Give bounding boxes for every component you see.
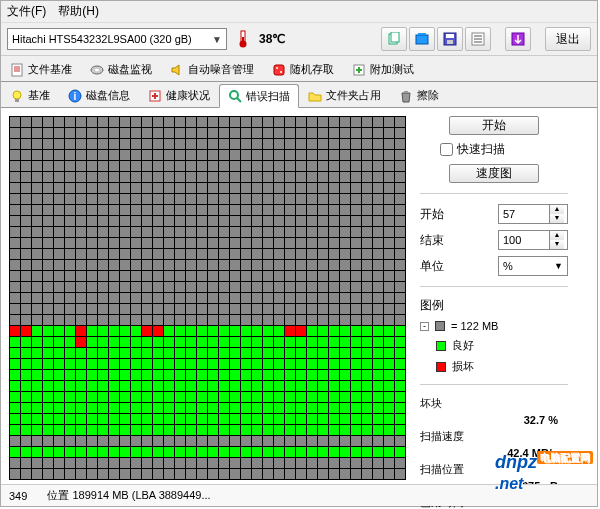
grid-cell (153, 348, 163, 358)
tool-save-button[interactable] (437, 27, 463, 51)
grid-cell (120, 161, 130, 171)
grid-cell (32, 150, 42, 160)
grid-cell (263, 227, 273, 237)
menu-file[interactable]: 文件(F) (7, 3, 46, 20)
grid-cell (373, 128, 383, 138)
grid-cell (197, 458, 207, 468)
grid-cell (197, 337, 207, 347)
grid-cell (329, 392, 339, 402)
start-input[interactable] (499, 208, 549, 220)
tool-settings-button[interactable] (465, 27, 491, 51)
grid-cell (142, 150, 152, 160)
info-icon: i (68, 89, 82, 103)
grid-cell (296, 194, 306, 204)
grid-cell (340, 381, 350, 391)
spin-down-icon[interactable]: ▼ (550, 240, 564, 249)
grid-cell (131, 337, 141, 347)
grid-cell (186, 216, 196, 226)
start-spinner[interactable]: ▲▼ (498, 204, 568, 224)
tab-health[interactable]: 健康状况 (139, 84, 219, 107)
tab-random-access[interactable]: 随机存取 (263, 58, 343, 81)
grid-cell (54, 403, 64, 413)
grid-cell (153, 183, 163, 193)
grid-cell (230, 381, 240, 391)
quick-scan-checkbox[interactable]: 快速扫描 (440, 141, 568, 158)
grid-cell (120, 293, 130, 303)
grid-cell (252, 150, 262, 160)
end-spinner[interactable]: ▲▼ (498, 230, 568, 250)
grid-cell (120, 337, 130, 347)
tab-folder-usage[interactable]: 文件夹占用 (299, 84, 390, 107)
grid-cell (384, 436, 394, 446)
tab-aam[interactable]: 自动噪音管理 (161, 58, 263, 81)
grid-cell (109, 469, 119, 479)
grid-cell (307, 469, 317, 479)
tab-extra-tests[interactable]: 附加测试 (343, 58, 423, 81)
tab-error-scan[interactable]: 错误扫描 (219, 84, 299, 108)
menu-help[interactable]: 帮助(H) (58, 3, 99, 20)
grid-cell (164, 326, 174, 336)
start-button[interactable]: 开始 (449, 116, 539, 135)
drive-selector[interactable]: Hitachi HTS543232L9SA00 (320 gB) ▼ (7, 28, 227, 50)
unit-value: % (503, 260, 513, 272)
grid-cell (175, 315, 185, 325)
grid-cell (395, 227, 405, 237)
spin-up-icon[interactable]: ▲ (550, 231, 564, 240)
tab-info[interactable]: i磁盘信息 (59, 84, 139, 107)
grid-cell (175, 194, 185, 204)
tool-copy-button[interactable] (381, 27, 407, 51)
grid-cell (43, 183, 53, 193)
tree-expand-icon[interactable]: - (420, 322, 429, 331)
grid-cell (230, 128, 240, 138)
grid-cell (197, 370, 207, 380)
exit-button[interactable]: 退出 (545, 27, 591, 51)
grid-cell (98, 425, 108, 435)
grid-cell (153, 337, 163, 347)
grid-cell (208, 139, 218, 149)
grid-cell (296, 458, 306, 468)
grid-cell (351, 447, 361, 457)
grid-cell (65, 326, 75, 336)
grid-cell (142, 436, 152, 446)
speedmap-button[interactable]: 速度图 (449, 164, 539, 183)
grid-cell (340, 271, 350, 281)
grid-cell (32, 183, 42, 193)
grid-cell (131, 348, 141, 358)
grid-cell (142, 139, 152, 149)
grid-cell (373, 271, 383, 281)
tab-benchmark[interactable]: 基准 (1, 84, 59, 107)
tool-screenshot-button[interactable] (409, 27, 435, 51)
grid-cell (65, 172, 75, 182)
grid-cell (32, 458, 42, 468)
spin-up-icon[interactable]: ▲ (550, 205, 564, 214)
grid-cell (362, 403, 372, 413)
grid-cell (131, 293, 141, 303)
grid-cell (351, 128, 361, 138)
grid-cell (10, 370, 20, 380)
grid-cell (241, 304, 251, 314)
tab-erase[interactable]: 擦除 (390, 84, 448, 107)
grid-cell (285, 227, 295, 237)
grid-cell (395, 304, 405, 314)
grid-cell (219, 458, 229, 468)
grid-cell (142, 161, 152, 171)
grid-cell (120, 414, 130, 424)
grid-cell (230, 359, 240, 369)
grid-cell (285, 282, 295, 292)
grid-cell (54, 315, 64, 325)
grid-cell (351, 249, 361, 259)
unit-select[interactable]: % ▼ (498, 256, 568, 276)
spin-down-icon[interactable]: ▼ (550, 214, 564, 223)
grid-cell (153, 315, 163, 325)
quick-scan-input[interactable] (440, 143, 453, 156)
grid-cell (351, 194, 361, 204)
tab-file-benchmark[interactable]: 文件基准 (1, 58, 81, 81)
grid-cell (87, 293, 97, 303)
grid-cell (263, 293, 273, 303)
tab-disk-monitor[interactable]: 磁盘监视 (81, 58, 161, 81)
grid-cell (219, 348, 229, 358)
tool-start-button[interactable] (505, 27, 531, 51)
grid-cell (395, 150, 405, 160)
grid-cell (98, 227, 108, 237)
end-input[interactable] (499, 234, 549, 246)
